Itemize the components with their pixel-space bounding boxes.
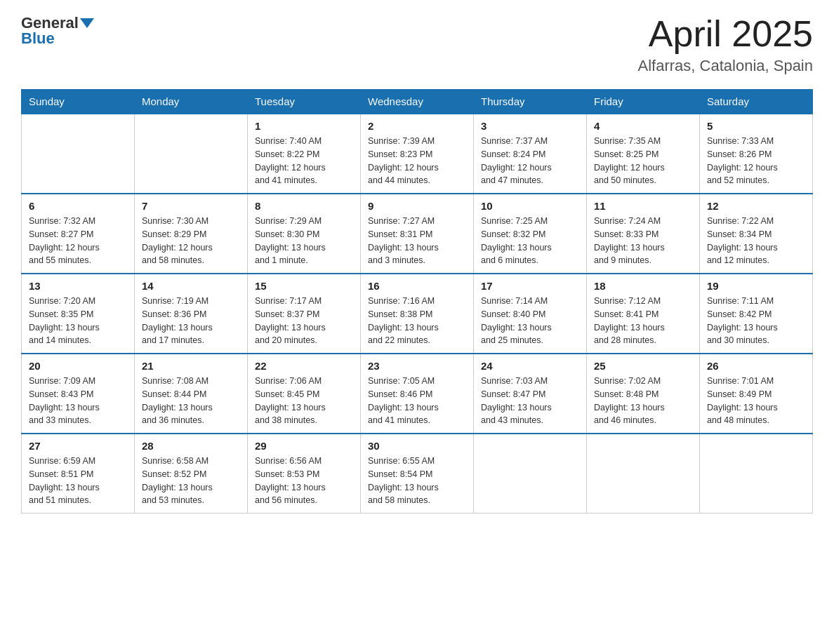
table-row: 12Sunrise: 7:22 AMSunset: 8:34 PMDayligh… xyxy=(700,194,813,274)
table-row: 19Sunrise: 7:11 AMSunset: 8:42 PMDayligh… xyxy=(700,274,813,354)
day-number: 26 xyxy=(707,360,805,372)
calendar-week-row: 20Sunrise: 7:09 AMSunset: 8:43 PMDayligh… xyxy=(22,354,813,434)
day-info: Sunrise: 6:59 AMSunset: 8:51 PMDaylight:… xyxy=(29,455,127,507)
day-number: 16 xyxy=(368,280,466,292)
day-info: Sunrise: 7:01 AMSunset: 8:49 PMDaylight:… xyxy=(707,375,805,427)
day-number: 18 xyxy=(594,280,692,292)
table-row: 8Sunrise: 7:29 AMSunset: 8:30 PMDaylight… xyxy=(248,194,361,274)
table-row: 10Sunrise: 7:25 AMSunset: 8:32 PMDayligh… xyxy=(474,194,587,274)
day-number: 1 xyxy=(255,120,353,132)
day-number: 7 xyxy=(142,200,240,212)
header-sunday: Sunday xyxy=(22,90,135,114)
calendar-week-row: 13Sunrise: 7:20 AMSunset: 8:35 PMDayligh… xyxy=(22,274,813,354)
day-info: Sunrise: 7:37 AMSunset: 8:24 PMDaylight:… xyxy=(481,135,579,187)
day-info: Sunrise: 7:12 AMSunset: 8:41 PMDaylight:… xyxy=(594,295,692,347)
table-row: 29Sunrise: 6:56 AMSunset: 8:53 PMDayligh… xyxy=(248,434,361,514)
day-info: Sunrise: 7:05 AMSunset: 8:46 PMDaylight:… xyxy=(368,375,466,427)
day-info: Sunrise: 7:03 AMSunset: 8:47 PMDaylight:… xyxy=(481,375,579,427)
header-saturday: Saturday xyxy=(700,90,813,114)
table-row: 27Sunrise: 6:59 AMSunset: 8:51 PMDayligh… xyxy=(22,434,135,514)
day-number: 29 xyxy=(255,440,353,452)
day-info: Sunrise: 6:55 AMSunset: 8:54 PMDaylight:… xyxy=(368,455,466,507)
day-number: 8 xyxy=(255,200,353,212)
day-info: Sunrise: 7:14 AMSunset: 8:40 PMDaylight:… xyxy=(481,295,579,347)
table-row: 9Sunrise: 7:27 AMSunset: 8:31 PMDaylight… xyxy=(361,194,474,274)
table-row: 4Sunrise: 7:35 AMSunset: 8:25 PMDaylight… xyxy=(587,114,700,194)
header-wednesday: Wednesday xyxy=(361,90,474,114)
day-number: 30 xyxy=(368,440,466,452)
day-number: 14 xyxy=(142,280,240,292)
day-number: 23 xyxy=(368,360,466,372)
day-info: Sunrise: 7:20 AMSunset: 8:35 PMDaylight:… xyxy=(29,295,127,347)
calendar-week-row: 6Sunrise: 7:32 AMSunset: 8:27 PMDaylight… xyxy=(22,194,813,274)
day-info: Sunrise: 7:09 AMSunset: 8:43 PMDaylight:… xyxy=(29,375,127,427)
day-number: 27 xyxy=(29,440,127,452)
day-number: 4 xyxy=(594,120,692,132)
day-info: Sunrise: 7:19 AMSunset: 8:36 PMDaylight:… xyxy=(142,295,240,347)
day-info: Sunrise: 7:40 AMSunset: 8:22 PMDaylight:… xyxy=(255,135,353,187)
table-row: 26Sunrise: 7:01 AMSunset: 8:49 PMDayligh… xyxy=(700,354,813,434)
logo-blue-text: Blue xyxy=(21,29,55,48)
table-row: 6Sunrise: 7:32 AMSunset: 8:27 PMDaylight… xyxy=(22,194,135,274)
table-row: 23Sunrise: 7:05 AMSunset: 8:46 PMDayligh… xyxy=(361,354,474,434)
logo: General Blue xyxy=(21,14,95,48)
table-row: 13Sunrise: 7:20 AMSunset: 8:35 PMDayligh… xyxy=(22,274,135,354)
table-row: 7Sunrise: 7:30 AMSunset: 8:29 PMDaylight… xyxy=(135,194,248,274)
day-info: Sunrise: 7:25 AMSunset: 8:32 PMDaylight:… xyxy=(481,215,579,267)
table-row: 17Sunrise: 7:14 AMSunset: 8:40 PMDayligh… xyxy=(474,274,587,354)
day-info: Sunrise: 7:17 AMSunset: 8:37 PMDaylight:… xyxy=(255,295,353,347)
calendar-table: Sunday Monday Tuesday Wednesday Thursday… xyxy=(21,89,813,514)
table-row: 11Sunrise: 7:24 AMSunset: 8:33 PMDayligh… xyxy=(587,194,700,274)
day-info: Sunrise: 7:08 AMSunset: 8:44 PMDaylight:… xyxy=(142,375,240,427)
table-row: 15Sunrise: 7:17 AMSunset: 8:37 PMDayligh… xyxy=(248,274,361,354)
day-info: Sunrise: 7:33 AMSunset: 8:26 PMDaylight:… xyxy=(707,135,805,187)
table-row: 1Sunrise: 7:40 AMSunset: 8:22 PMDaylight… xyxy=(248,114,361,194)
calendar-title: April 2025 xyxy=(638,14,813,54)
day-number: 3 xyxy=(481,120,579,132)
table-row xyxy=(587,434,700,514)
day-number: 22 xyxy=(255,360,353,372)
table-row xyxy=(474,434,587,514)
table-row: 24Sunrise: 7:03 AMSunset: 8:47 PMDayligh… xyxy=(474,354,587,434)
day-number: 10 xyxy=(481,200,579,212)
table-row: 14Sunrise: 7:19 AMSunset: 8:36 PMDayligh… xyxy=(135,274,248,354)
header-thursday: Thursday xyxy=(474,90,587,114)
day-info: Sunrise: 7:30 AMSunset: 8:29 PMDaylight:… xyxy=(142,215,240,267)
day-info: Sunrise: 7:29 AMSunset: 8:30 PMDaylight:… xyxy=(255,215,353,267)
table-row: 21Sunrise: 7:08 AMSunset: 8:44 PMDayligh… xyxy=(135,354,248,434)
day-info: Sunrise: 6:58 AMSunset: 8:52 PMDaylight:… xyxy=(142,455,240,507)
day-number: 11 xyxy=(594,200,692,212)
day-number: 15 xyxy=(255,280,353,292)
table-row: 2Sunrise: 7:39 AMSunset: 8:23 PMDaylight… xyxy=(361,114,474,194)
day-info: Sunrise: 7:06 AMSunset: 8:45 PMDaylight:… xyxy=(255,375,353,427)
table-row xyxy=(22,114,135,194)
table-row: 30Sunrise: 6:55 AMSunset: 8:54 PMDayligh… xyxy=(361,434,474,514)
day-info: Sunrise: 6:56 AMSunset: 8:53 PMDaylight:… xyxy=(255,455,353,507)
day-number: 17 xyxy=(481,280,579,292)
header-friday: Friday xyxy=(587,90,700,114)
table-row: 3Sunrise: 7:37 AMSunset: 8:24 PMDaylight… xyxy=(474,114,587,194)
table-row: 20Sunrise: 7:09 AMSunset: 8:43 PMDayligh… xyxy=(22,354,135,434)
day-info: Sunrise: 7:16 AMSunset: 8:38 PMDaylight:… xyxy=(368,295,466,347)
day-info: Sunrise: 7:35 AMSunset: 8:25 PMDaylight:… xyxy=(594,135,692,187)
table-row: 22Sunrise: 7:06 AMSunset: 8:45 PMDayligh… xyxy=(248,354,361,434)
day-number: 19 xyxy=(707,280,805,292)
day-number: 2 xyxy=(368,120,466,132)
day-info: Sunrise: 7:27 AMSunset: 8:31 PMDaylight:… xyxy=(368,215,466,267)
table-row: 28Sunrise: 6:58 AMSunset: 8:52 PMDayligh… xyxy=(135,434,248,514)
day-info: Sunrise: 7:39 AMSunset: 8:23 PMDaylight:… xyxy=(368,135,466,187)
day-number: 5 xyxy=(707,120,805,132)
header-monday: Monday xyxy=(135,90,248,114)
day-number: 28 xyxy=(142,440,240,452)
day-info: Sunrise: 7:22 AMSunset: 8:34 PMDaylight:… xyxy=(707,215,805,267)
calendar-week-row: 1Sunrise: 7:40 AMSunset: 8:22 PMDaylight… xyxy=(22,114,813,194)
header-tuesday: Tuesday xyxy=(248,90,361,114)
table-row: 18Sunrise: 7:12 AMSunset: 8:41 PMDayligh… xyxy=(587,274,700,354)
weekday-header-row: Sunday Monday Tuesday Wednesday Thursday… xyxy=(22,90,813,114)
title-section: April 2025 Alfarras, Catalonia, Spain xyxy=(638,14,813,75)
page-header: General Blue April 2025 Alfarras, Catalo… xyxy=(21,14,813,75)
day-number: 6 xyxy=(29,200,127,212)
day-number: 13 xyxy=(29,280,127,292)
logo-triangle-icon xyxy=(80,18,94,28)
calendar-location: Alfarras, Catalonia, Spain xyxy=(638,57,813,75)
